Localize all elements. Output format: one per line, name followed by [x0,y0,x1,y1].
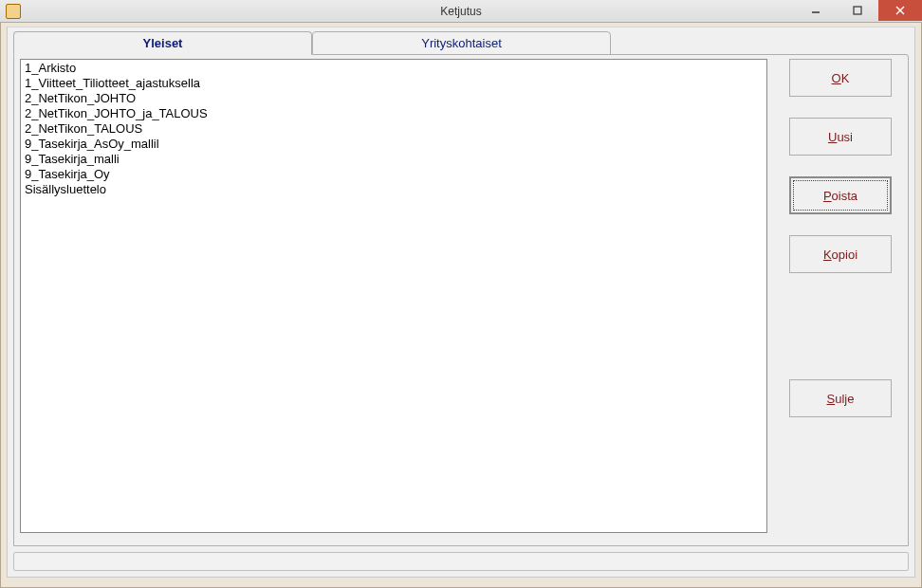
delete-rest: oista [832,189,857,203]
list-item[interactable]: 9_Tasekirja_Oy [23,167,765,182]
tab-panel: 1_Arkisto 1_Viitteet_Tiliotteet_ajastuks… [13,54,909,546]
chain-listbox[interactable]: 1_Arkisto 1_Viitteet_Tiliotteet_ajastuks… [20,59,767,533]
copy-rest: opioi [832,248,857,262]
button-column: OK Uusi Poista Kopioi Sulje [767,59,902,545]
list-item[interactable]: 9_Tasekirja_AsOy_mallil [23,137,765,152]
new-button[interactable]: Uusi [789,118,892,156]
maximize-button[interactable] [837,0,878,21]
list-item[interactable]: 2_NetTikon_TALOUS [23,121,765,137]
list-item[interactable]: 2_NetTikon_JOHTO [23,91,765,106]
close-button[interactable]: Sulje [789,379,892,417]
delete-hotkey: P [823,189,832,203]
copy-hotkey: K [823,248,832,262]
svg-rect-1 [854,7,861,14]
minimize-button[interactable] [795,0,837,21]
close-window-button[interactable] [878,0,922,21]
close-hotkey: S [827,392,836,406]
tab-general[interactable]: Yleiset [13,31,312,55]
app-icon [6,4,21,19]
new-rest: usi [837,130,853,144]
window-title: Ketjutus [0,5,922,18]
titlebar: Ketjutus [0,0,922,23]
close-rest: ulje [835,392,854,406]
copy-button[interactable]: Kopioi [789,235,892,273]
list-item[interactable]: 1_Viitteet_Tiliotteet_ajastuksella [23,76,765,91]
new-hotkey: U [828,130,837,144]
list-item[interactable]: 2_NetTikon_JOHTO_ja_TALOUS [23,106,765,121]
window-controls [795,0,922,22]
delete-button[interactable]: Poista [789,176,892,214]
ok-hotkey: O [832,71,841,85]
window-body: Yleiset Yrityskohtaiset 1_Arkisto 1_Viit… [0,23,922,588]
inner-frame: Yleiset Yrityskohtaiset 1_Arkisto 1_Viit… [7,27,915,578]
list-item[interactable]: Sisällysluettelo [23,182,765,197]
tab-company[interactable]: Yrityskohtaiset [312,31,611,55]
list-item[interactable]: 1_Arkisto [23,61,765,76]
ok-rest: K [841,71,850,85]
tab-bar: Yleiset Yrityskohtaiset [13,31,909,55]
ok-button[interactable]: OK [789,59,892,97]
statusbar [13,552,909,571]
list-item[interactable]: 9_Tasekirja_malli [23,152,765,167]
